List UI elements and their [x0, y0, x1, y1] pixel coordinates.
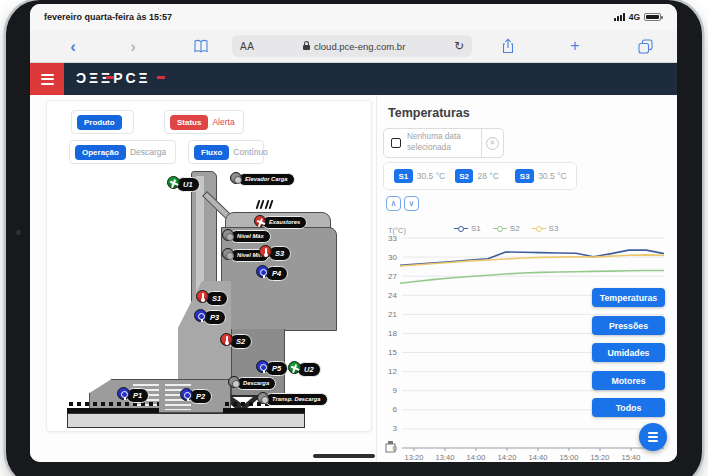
sensor-value: 28 °C	[477, 171, 498, 181]
svg-text:24: 24	[388, 291, 397, 300]
svg-text:3: 3	[393, 424, 398, 433]
step-up-button[interactable]: ∧	[386, 196, 401, 211]
clear-date-button[interactable]: ✕	[481, 129, 503, 157]
sensor-value: 30.5 °C	[417, 171, 445, 181]
marker-label: Descarga	[236, 377, 276, 390]
gauge-icon	[256, 360, 269, 373]
sensor-badge: S3	[515, 169, 534, 183]
page-content: Produto Status Alerta Operação Descarga …	[30, 95, 677, 462]
base-platform	[67, 413, 305, 428]
date-placeholder: Nenhuma data selecionada	[407, 132, 469, 153]
svg-text:9: 9	[393, 386, 398, 395]
marker-u2[interactable]: U2	[288, 361, 321, 377]
gauge-icon	[194, 309, 207, 322]
sensor-badge: S1	[394, 169, 413, 183]
panel-title: Temperaturas	[388, 106, 470, 120]
marker-s3[interactable]: S3	[259, 245, 291, 261]
bookmarks-icon[interactable]	[190, 35, 212, 57]
marker-p4[interactable]: P4	[256, 265, 288, 281]
svg-text:15:20: 15:20	[591, 453, 610, 462]
plant-diagram: U1Elevador CargaExaustoresNível MáxNível…	[47, 101, 371, 431]
marker-transp-descarga[interactable]: Transp. Descarga	[257, 392, 328, 406]
svg-text:13:40: 13:40	[436, 453, 455, 462]
svg-text:12: 12	[388, 367, 397, 376]
marker-s2[interactable]: S2	[220, 333, 252, 349]
svg-text:27: 27	[388, 272, 397, 281]
screenshot-stage: fevereiro quarta-feira às 15:57 4G ‹ › A…	[0, 0, 708, 476]
heat-waves-icon	[257, 200, 272, 209]
sensor-chip-s3: S330.5 °C	[515, 169, 576, 183]
thermometer-icon	[196, 290, 209, 303]
gauge-icon	[117, 387, 130, 400]
nav-button-todos[interactable]: Todos	[592, 398, 665, 417]
svg-text:14:20: 14:20	[498, 453, 517, 462]
sensor-value: 30.5 °C	[538, 171, 566, 181]
marker-label: Elevador Carga	[238, 173, 295, 186]
svg-text:15:00: 15:00	[560, 453, 579, 462]
marker-descarga[interactable]: Descarga	[228, 376, 276, 390]
step-down-button[interactable]: ∨	[404, 196, 419, 211]
ios-status-bar: fevereiro quarta-feira às 15:57 4G	[30, 4, 677, 30]
svg-text:14:00: 14:00	[467, 453, 486, 462]
app-header: ƆΞΞPCΞ	[30, 63, 677, 95]
sensor-chip-s2: S228 °C	[455, 169, 516, 183]
reload-button[interactable]: ↻	[454, 39, 464, 53]
new-tab-button[interactable]: +	[564, 35, 586, 57]
hamburger-menu-button[interactable]	[30, 63, 64, 95]
battery-icon	[644, 13, 661, 22]
nav-button-motores[interactable]: Motores	[592, 371, 665, 390]
nav-button-press-es[interactable]: Pressões	[592, 316, 665, 335]
gauge-icon	[256, 265, 269, 278]
fab-menu-button[interactable]	[639, 423, 667, 451]
level-icon	[222, 229, 234, 241]
marker-n-vel-m-x[interactable]: Nível Máx	[222, 229, 271, 243]
status-date-time: fevereiro quarta-feira às 15:57	[44, 12, 172, 22]
safari-toolbar: ‹ › AA cloud.pce-eng.com.br ↻ +	[30, 30, 677, 63]
fan-icon	[288, 361, 301, 374]
level-icon	[222, 248, 234, 260]
svg-text:33: 33	[388, 234, 397, 243]
fan-icon	[167, 176, 180, 189]
svg-text:21: 21	[388, 310, 397, 319]
marker-label: Nível Máx	[230, 230, 271, 243]
svg-text:18: 18	[388, 329, 397, 338]
motor-icon	[228, 376, 240, 388]
deepce-logo: ƆΞΞPCΞ	[76, 70, 151, 86]
gauge-icon	[180, 388, 193, 401]
sensor-chip-s1: S130.5 °C	[394, 169, 455, 183]
reader-text-size-button[interactable]: AA	[240, 41, 254, 52]
fan-icon	[254, 215, 266, 227]
motor-icon	[230, 172, 242, 184]
close-icon: ✕	[486, 137, 499, 150]
lock-icon	[303, 45, 310, 50]
tablet-screen: fevereiro quarta-feira às 15:57 4G ‹ › A…	[30, 4, 677, 462]
plant-card: Produto Status Alerta Operação Descarga …	[46, 100, 372, 432]
marker-elevador-carga[interactable]: Elevador Carga	[230, 172, 295, 186]
marker-exaustores[interactable]: Exaustores	[254, 215, 307, 229]
nav-button-temperaturas[interactable]: Temperaturas	[592, 288, 665, 307]
tablet-camera	[16, 230, 21, 235]
forward-button[interactable]: ›	[122, 35, 144, 57]
address-bar[interactable]: AA cloud.pce-eng.com.br ↻	[232, 35, 472, 57]
svg-text:30: 30	[388, 253, 397, 262]
marker-p3[interactable]: P3	[194, 309, 226, 325]
marker-s1[interactable]: S1	[196, 290, 228, 306]
svg-text:15:40: 15:40	[622, 453, 641, 462]
nav-button-umidades[interactable]: Umidades	[592, 343, 665, 362]
tabs-icon[interactable]	[634, 35, 656, 57]
share-icon[interactable]	[497, 35, 519, 57]
date-filter-input[interactable]: Nenhuma data selecionada ✕	[383, 128, 504, 158]
signal-bars-icon	[614, 13, 625, 21]
back-button[interactable]: ‹	[62, 35, 84, 57]
thermometer-icon	[259, 245, 272, 258]
marker-p1[interactable]: P1	[117, 387, 149, 403]
marker-label: Transp. Descarga	[265, 393, 328, 406]
marker-p5[interactable]: P5	[256, 360, 288, 376]
url-text: cloud.pce-eng.com.br	[314, 41, 405, 52]
panel-divider	[376, 95, 377, 462]
horizontal-scrollbar[interactable]	[313, 454, 375, 458]
svg-text:15: 15	[388, 348, 397, 357]
marker-p2[interactable]: P2	[180, 388, 212, 404]
svg-text:14:40: 14:40	[529, 453, 548, 462]
marker-u1[interactable]: U1	[167, 176, 200, 192]
